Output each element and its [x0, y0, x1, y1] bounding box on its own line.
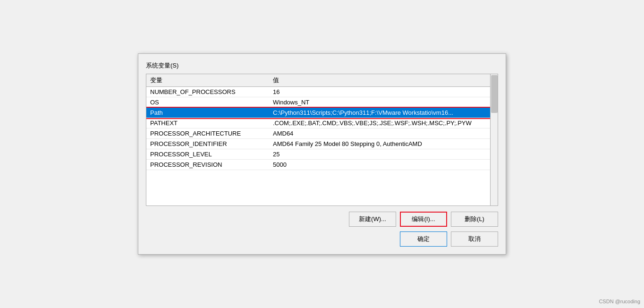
watermark: CSDN @rucoding [599, 299, 640, 304]
table-row[interactable]: PROCESSOR_LEVEL25 [146, 149, 498, 160]
row-var-name: Path [150, 109, 273, 116]
row-var-value: 16 [273, 88, 494, 95]
table-row[interactable]: NUMBER_OF_PROCESSORS16 [146, 87, 498, 97]
edit-button[interactable]: 编辑(I)... [400, 212, 447, 227]
table-row[interactable]: PATHEXT.COM;.EXE;.BAT;.CMD;.VBS;.VBE;JS;… [146, 118, 498, 128]
row-var-name: PATHEXT [150, 120, 273, 127]
variables-table: 变量 值 NUMBER_OF_PROCESSORS16OSWindows_NTP… [146, 74, 498, 206]
row-var-value: 5000 [273, 161, 494, 168]
table-row[interactable]: OSWindows_NT [146, 97, 498, 108]
section-label: 系统变量(S) [146, 61, 498, 70]
table-body: NUMBER_OF_PROCESSORS16OSWindows_NTPathC:… [146, 87, 498, 170]
row-var-name: NUMBER_OF_PROCESSORS [150, 88, 273, 95]
header-val: 值 [273, 76, 494, 85]
table-row[interactable]: PROCESSOR_ARCHITECTUREAMD64 [146, 128, 498, 139]
table-row[interactable]: PathC:\Python311\Scripts;C:\Python311;F:… [146, 108, 498, 118]
confirm-buttons: 确定 取消 [146, 231, 498, 247]
row-var-name: PROCESSOR_LEVEL [150, 151, 273, 158]
scrollbar[interactable] [490, 74, 498, 205]
row-var-value: AMD64 Family 25 Model 80 Stepping 0, Aut… [273, 140, 494, 147]
cancel-button[interactable]: 取消 [451, 231, 498, 247]
table-header: 变量 值 [146, 74, 498, 87]
row-var-value: .COM;.EXE;.BAT;.CMD;.VBS;.VBE;JS;.JSE;.W… [273, 120, 494, 127]
action-buttons: 新建(W)... 编辑(I)... 删除(L) [146, 212, 498, 227]
row-var-value: Windows_NT [273, 99, 494, 106]
ok-button[interactable]: 确定 [400, 231, 447, 247]
row-var-name: PROCESSOR_IDENTIFIER [150, 140, 273, 147]
delete-button[interactable]: 删除(L) [451, 212, 498, 227]
new-button[interactable]: 新建(W)... [349, 212, 396, 227]
system-variables-dialog: 系统变量(S) 变量 值 NUMBER_OF_PROCESSORS16OSWin… [138, 53, 506, 255]
row-var-value: AMD64 [273, 130, 494, 137]
header-var: 变量 [150, 76, 273, 85]
row-var-name: PROCESSOR_ARCHITECTURE [150, 130, 273, 137]
table-row[interactable]: PROCESSOR_IDENTIFIERAMD64 Family 25 Mode… [146, 139, 498, 149]
row-var-value: C:\Python311\Scripts;C:\Python311;F:\VMw… [273, 109, 494, 116]
row-var-name: PROCESSOR_REVISION [150, 161, 273, 168]
scrollbar-thumb[interactable] [491, 75, 498, 113]
table-row[interactable]: PROCESSOR_REVISION5000 [146, 160, 498, 170]
row-var-name: OS [150, 99, 273, 106]
row-var-value: 25 [273, 151, 494, 158]
